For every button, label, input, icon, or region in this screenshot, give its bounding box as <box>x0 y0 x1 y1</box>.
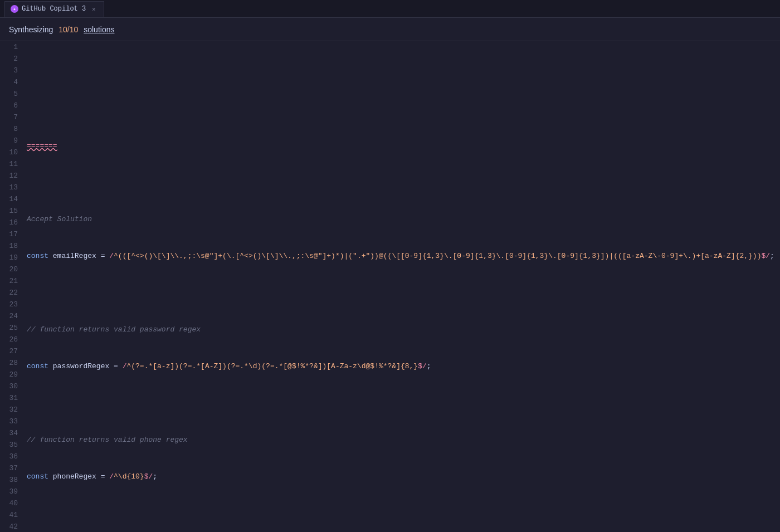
code-line-9: const passwordRegex = /^(?=.*[a-z])(?=.*… <box>27 360 780 372</box>
line-num-25: 25 <box>4 322 18 334</box>
code-line-2 <box>27 103 780 115</box>
line-num-3: 3 <box>4 65 18 76</box>
code-line-3: ======= <box>27 140 780 152</box>
tab-label: GitHub Copilot 3 <box>22 5 86 13</box>
synth-count: 10/10 <box>58 25 78 34</box>
line-num-11: 11 <box>4 158 18 170</box>
line-num-36: 36 <box>4 451 18 462</box>
line-num-19: 19 <box>4 252 18 263</box>
code-line-1 <box>27 66 780 78</box>
code-line-6: const emailRegex = /^(([^<>()\[\]\\.,;:\… <box>27 250 780 262</box>
editor-area: 1 2 3 4 5 6 7 8 9 10 11 12 13 14 15 16 1… <box>0 41 780 532</box>
synth-label-text: Synthesizing <box>9 25 53 34</box>
editor-tab[interactable]: ✦ GitHub Copilot 3 ✕ <box>4 1 104 17</box>
copilot-icon: ✦ <box>11 5 18 13</box>
code-line-12: const phoneRegex = /^\d{10}$/; <box>27 471 780 482</box>
code-editor[interactable]: ======= Accept Solution const emailRegex… <box>25 41 780 532</box>
line-num-26: 26 <box>4 334 18 345</box>
accept-label-1: Accept Solution <box>27 215 92 223</box>
code-line-13 <box>27 507 780 519</box>
line-num-24: 24 <box>4 310 18 322</box>
line-num-30: 30 <box>4 380 18 392</box>
separator-1: ======= <box>27 141 57 150</box>
line-num-42: 42 <box>4 521 18 532</box>
line-num-18: 18 <box>4 240 18 252</box>
line-num-9: 9 <box>4 135 18 147</box>
line-num-12: 12 <box>4 170 18 182</box>
line-num-38: 38 <box>4 474 18 486</box>
line-num-8: 8 <box>4 123 18 135</box>
line-num-15: 15 <box>4 205 18 217</box>
line-numbers: 1 2 3 4 5 6 7 8 9 10 11 12 13 14 15 16 1… <box>0 41 25 532</box>
line-num-34: 34 <box>4 427 18 439</box>
line-num-20: 20 <box>4 263 18 275</box>
line-num-6: 6 <box>4 100 18 111</box>
line-num-7: 7 <box>4 111 18 123</box>
line-num-27: 27 <box>4 345 18 357</box>
synthesizing-bar: Synthesizing 10/10 solutions <box>0 18 780 41</box>
line-num-10: 10 <box>4 147 18 158</box>
line-num-29: 29 <box>4 369 18 380</box>
title-bar: ✦ GitHub Copilot 3 ✕ <box>0 0 780 18</box>
line-num-17: 17 <box>4 228 18 240</box>
line-num-41: 41 <box>4 509 18 521</box>
code-line-5: Accept Solution <box>27 213 780 225</box>
line-num-37: 37 <box>4 462 18 474</box>
line-num-32: 32 <box>4 404 18 416</box>
line-num-16: 16 <box>4 217 18 228</box>
code-line-11: // function returns valid phone regex <box>27 434 780 446</box>
line-num-13: 13 <box>4 182 18 193</box>
synthesizing-label: Synthesizing 10/10 solutions <box>9 25 114 34</box>
line-num-22: 22 <box>4 287 18 299</box>
line-num-23: 23 <box>4 299 18 310</box>
tab-close-button[interactable]: ✕ <box>89 4 98 13</box>
line-num-40: 40 <box>4 497 18 509</box>
line-num-39: 39 <box>4 486 18 497</box>
code-line-4 <box>27 177 780 188</box>
synth-word: solutions <box>84 25 114 34</box>
line-num-2: 2 <box>4 53 18 65</box>
line-num-4: 4 <box>4 76 18 88</box>
code-line-7 <box>27 287 780 299</box>
line-num-35: 35 <box>4 439 18 451</box>
line-num-14: 14 <box>4 193 18 205</box>
line-num-21: 21 <box>4 275 18 287</box>
line-num-31: 31 <box>4 392 18 404</box>
code-line-8: // function returns valid password regex <box>27 324 780 335</box>
line-num-33: 33 <box>4 416 18 427</box>
line-num-28: 28 <box>4 357 18 369</box>
code-line-10 <box>27 397 780 409</box>
line-num-5: 5 <box>4 88 18 100</box>
line-num-1: 1 <box>4 41 18 53</box>
